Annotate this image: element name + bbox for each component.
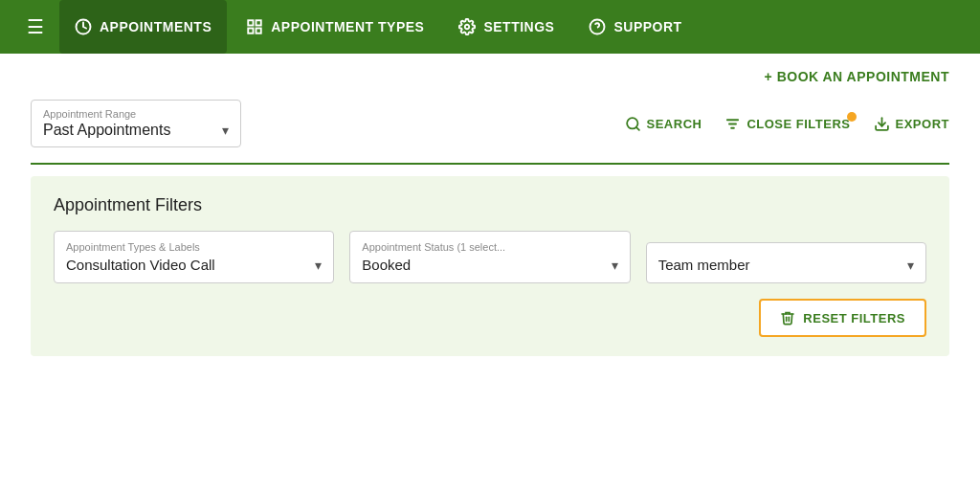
main-content: + BOOK AN APPOINTMENT Appointment Range … xyxy=(0,54,980,356)
close-filters-button[interactable]: CLOSE FILTERS xyxy=(724,116,850,132)
appointment-range-label: Appointment Range xyxy=(43,108,229,120)
status-label: Appointment Status (1 select... xyxy=(362,241,617,253)
filters-panel-title: Appointment Filters xyxy=(54,195,926,215)
search-button[interactable]: SEARCH xyxy=(625,116,702,132)
svg-rect-1 xyxy=(248,20,253,25)
svg-point-5 xyxy=(465,25,470,30)
search-label: SEARCH xyxy=(647,117,702,131)
status-value: Booked xyxy=(362,257,411,273)
export-icon xyxy=(874,116,890,132)
top-action-row: + BOOK AN APPOINTMENT xyxy=(31,54,949,92)
nav-item-settings[interactable]: SETTINGS xyxy=(443,0,569,54)
export-label: EXPORT xyxy=(896,117,949,131)
appointment-range-dropdown[interactable]: Appointment Range Past Appointments ▾ xyxy=(31,100,241,147)
nav-item-appointments[interactable]: APPOINTMENTS xyxy=(59,0,227,54)
filters-row: Appointment Types & Labels Consultation … xyxy=(54,231,926,283)
types-labels-arrow: ▾ xyxy=(315,258,322,273)
reset-filters-button[interactable]: RESET FILTERS xyxy=(759,299,926,337)
appointment-types-labels-dropdown[interactable]: Appointment Types & Labels Consultation … xyxy=(54,231,334,283)
export-button[interactable]: EXPORT xyxy=(874,116,949,132)
book-appointment-button[interactable]: + BOOK AN APPOINTMENT xyxy=(765,69,949,84)
filter-active-dot xyxy=(847,112,857,122)
nav-item-appointment-types[interactable]: APPOINTMENT TYPES xyxy=(231,0,439,54)
reset-filters-label: RESET FILTERS xyxy=(803,311,905,326)
grid-icon xyxy=(246,18,263,35)
reset-icon xyxy=(780,310,795,326)
svg-line-9 xyxy=(635,126,638,129)
clock-icon xyxy=(75,18,92,35)
filter-actions: SEARCH CLOSE FILTERS xyxy=(625,116,949,132)
nav-label-appointments: APPOINTMENTS xyxy=(100,19,212,34)
team-member-arrow: ▾ xyxy=(907,258,914,273)
svg-rect-3 xyxy=(248,29,253,34)
hamburger-menu[interactable]: ☰ xyxy=(15,8,56,46)
svg-rect-4 xyxy=(256,29,261,34)
search-icon xyxy=(625,116,641,132)
range-dropdown-arrow: ▾ xyxy=(222,123,229,138)
team-member-value: Team member xyxy=(658,257,750,273)
close-filters-label: CLOSE FILTERS xyxy=(746,117,850,131)
nav-label-settings: SETTINGS xyxy=(483,19,554,34)
nav-label-support: SUPPORT xyxy=(613,19,681,34)
nav-label-appointment-types: APPOINTMENT TYPES xyxy=(271,19,424,34)
types-labels-value: Consultation Video Call xyxy=(66,257,215,273)
status-arrow: ▾ xyxy=(612,258,618,273)
filter-row: Appointment Range Past Appointments ▾ SE… xyxy=(31,92,949,165)
filters-panel: Appointment Filters Appointment Types & … xyxy=(31,176,949,356)
types-labels-label: Appointment Types & Labels xyxy=(66,241,322,253)
svg-rect-2 xyxy=(256,20,261,25)
nav-item-support[interactable]: SUPPORT xyxy=(573,0,697,54)
filters-bottom: RESET FILTERS xyxy=(54,299,926,337)
question-icon xyxy=(589,18,606,35)
appointment-range-value: Past Appointments xyxy=(43,122,170,139)
navbar: ☰ APPOINTMENTS APPOINTMENT TYPES SETTI xyxy=(0,0,980,54)
appointment-status-dropdown[interactable]: Appointment Status (1 select... Booked ▾ xyxy=(349,231,630,283)
team-member-dropdown[interactable]: Team member ▾ xyxy=(646,242,926,283)
gear-icon xyxy=(458,18,476,35)
filter-icon xyxy=(724,116,741,132)
